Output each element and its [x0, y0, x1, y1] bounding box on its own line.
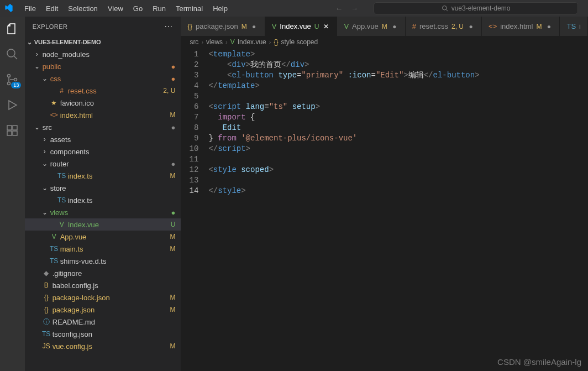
- file-shims-vue.d.ts[interactable]: TSshims-vue.d.ts: [25, 255, 181, 267]
- code-line[interactable]: } from '@element-plus/icons-vue': [208, 133, 588, 144]
- tab-reset.css[interactable]: #reset.css2, U●: [406, 17, 482, 36]
- tab-App.vue[interactable]: VApp.vueM●: [337, 17, 405, 36]
- tree-label: babel.config.js: [51, 281, 176, 290]
- breadcrumb-item[interactable]: Index.vue: [238, 38, 266, 46]
- code-lines[interactable]: <template> <div>我的首页</div> <el-button ty…: [208, 49, 588, 371]
- menu-run[interactable]: Run: [148, 2, 170, 15]
- code-line[interactable]: <style scoped>: [208, 165, 588, 175]
- sidebar-more-icon[interactable]: ···: [165, 23, 173, 30]
- breadcrumb-item[interactable]: style scoped: [281, 38, 318, 46]
- line-number: 9: [181, 133, 198, 144]
- svg-point-0: [442, 6, 447, 11]
- activity-extensions-icon[interactable]: [4, 123, 20, 138]
- file-index.html[interactable]: <>index.htmlM: [25, 109, 181, 121]
- file-package.json[interactable]: {}package.jsonM: [25, 304, 181, 316]
- code-line[interactable]: </style>: [208, 186, 588, 196]
- file-Index.vue[interactable]: VIndex.vueU: [25, 218, 181, 231]
- code-editor[interactable]: 1234567891011121314 <template> <div>我的首页…: [181, 48, 588, 371]
- tree-label: package-lock.json: [51, 294, 170, 302]
- code-line[interactable]: </script>: [208, 144, 588, 154]
- line-gutter: 1234567891011121314: [181, 49, 208, 371]
- file-icon: ◆: [41, 269, 51, 277]
- folder-store[interactable]: ⌄store: [25, 182, 181, 194]
- file-index.ts[interactable]: TSindex.tsM: [25, 170, 181, 182]
- close-icon[interactable]: ✕: [322, 23, 330, 30]
- code-line[interactable]: </template>: [208, 81, 588, 91]
- folder-src[interactable]: ⌄src●: [25, 121, 181, 133]
- file-icon: #: [57, 87, 67, 95]
- folder-router[interactable]: ⌄router●: [25, 158, 181, 170]
- folder-node_modules[interactable]: ›node_modules: [25, 48, 181, 60]
- menu-help[interactable]: Help: [208, 2, 232, 15]
- file-babel.config.js[interactable]: Bbabel.config.js: [25, 279, 181, 291]
- menu-file[interactable]: File: [20, 2, 40, 15]
- nav-back-icon[interactable]: ←: [335, 4, 343, 13]
- menu-selection[interactable]: Selection: [64, 2, 102, 15]
- command-center-search[interactable]: vue3-element-demo: [374, 2, 578, 14]
- file-README.md[interactable]: ⓘREADME.md: [25, 316, 181, 328]
- code-line[interactable]: [208, 175, 588, 186]
- file-main.ts[interactable]: TSmain.tsM: [25, 243, 181, 255]
- activity-search-icon[interactable]: [4, 46, 20, 62]
- tree-label: .gitignore: [51, 269, 176, 278]
- file-icon: JS: [41, 342, 51, 350]
- search-placeholder: vue3-element-demo: [452, 4, 511, 12]
- breadcrumb-item[interactable]: views: [206, 38, 223, 46]
- menu-edit[interactable]: Edit: [41, 2, 62, 15]
- code-line[interactable]: Edit: [208, 123, 588, 133]
- file-reset.css[interactable]: #reset.css2, U: [25, 85, 181, 97]
- file-icon: TS: [566, 22, 576, 30]
- folder-public[interactable]: ⌄public●: [25, 60, 181, 72]
- folder-components[interactable]: ›components: [25, 145, 181, 158]
- activity-explorer-icon[interactable]: [4, 21, 20, 36]
- git-dot: ●: [171, 62, 175, 71]
- chevron-down-icon: ⌄: [40, 160, 49, 168]
- folder-css[interactable]: ⌄css●: [25, 72, 181, 85]
- file-package-lock.json[interactable]: {}package-lock.jsonM: [25, 291, 181, 304]
- git-dot: ●: [171, 75, 175, 83]
- code-line[interactable]: [208, 91, 588, 102]
- menu-terminal[interactable]: Terminal: [171, 2, 207, 15]
- tab-label: Index.vue: [280, 22, 311, 30]
- code-line[interactable]: <script lang="ts" setup>: [208, 102, 588, 112]
- tab-Index.vue[interactable]: VIndex.vueU✕: [265, 17, 338, 36]
- tree-label: Index.vue: [67, 221, 171, 229]
- git-decoration: M: [170, 245, 175, 253]
- chevron-right-icon: ›: [225, 39, 228, 45]
- chevron-right-icon: ›: [40, 148, 49, 155]
- menu-go[interactable]: Go: [129, 2, 147, 15]
- tree-label: shims-vue.d.ts: [59, 257, 176, 265]
- git-dot: ●: [171, 160, 175, 168]
- file-icon: ★: [49, 99, 59, 107]
- menu-view[interactable]: View: [103, 2, 128, 15]
- activity-scm-icon[interactable]: 13: [4, 72, 20, 87]
- nav-forward-icon[interactable]: →: [351, 4, 358, 13]
- titlebar: FileEditSelectionViewGoRunTerminalHelp ←…: [0, 0, 588, 17]
- code-line[interactable]: [208, 154, 588, 165]
- code-line[interactable]: <template>: [208, 49, 588, 60]
- code-line[interactable]: import {: [208, 112, 588, 123]
- file-.gitignore[interactable]: ◆.gitignore: [25, 267, 181, 279]
- code-line[interactable]: <el-button type="primary" :icon="Edit">编…: [208, 70, 588, 81]
- line-number: 12: [181, 165, 198, 175]
- code-line[interactable]: <div>我的首页</div>: [208, 60, 588, 70]
- tab-i[interactable]: TSi: [560, 17, 588, 36]
- tab-git-status: U: [314, 23, 319, 30]
- tab-package.json[interactable]: {}package.jsonM●: [181, 17, 265, 36]
- chevron-right-icon: ›: [201, 39, 203, 45]
- file-tsconfig.json[interactable]: TStsconfig.json: [25, 328, 181, 340]
- svg-point-6: [14, 79, 17, 81]
- folder-views[interactable]: ⌄views●: [25, 206, 181, 218]
- file-icon: <>: [489, 22, 497, 30]
- breadcrumbs[interactable]: src›views›VIndex.vue›{}style scoped: [181, 36, 588, 48]
- file-icon: ⓘ: [41, 317, 51, 327]
- file-vue.config.js[interactable]: JSvue.config.jsM: [25, 340, 181, 352]
- file-favicon.ico[interactable]: ★favicon.ico: [25, 97, 181, 109]
- tab-index.html[interactable]: <>index.htmlM●: [482, 17, 560, 36]
- breadcrumb-item[interactable]: src: [190, 38, 198, 46]
- activity-debug-icon[interactable]: [4, 97, 20, 113]
- file-App.vue[interactable]: VApp.vueM: [25, 231, 181, 243]
- project-header[interactable]: ⌄ VUE3-ELEMENT-DEMO: [25, 36, 181, 48]
- folder-assets[interactable]: ›assets: [25, 133, 181, 145]
- file-index.ts[interactable]: TSindex.ts: [25, 194, 181, 206]
